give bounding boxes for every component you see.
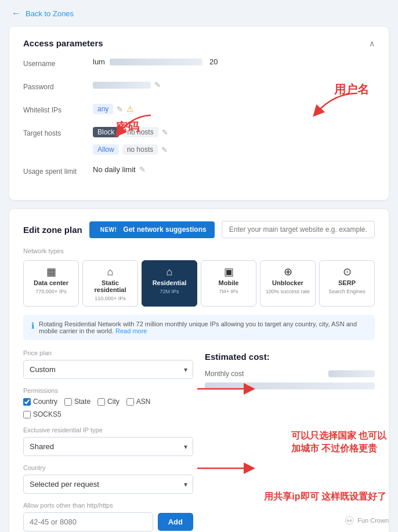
usage-label: Usage spent limit — [23, 165, 93, 176]
ip-type-select[interactable]: Shared — [23, 437, 193, 456]
username-mask — [110, 59, 202, 65]
back-arrow-icon: ← — [12, 8, 21, 19]
whitelist-warn-icon: ⚠ — [126, 104, 134, 114]
password-mask — [93, 82, 151, 89]
info-icon: ℹ — [31, 321, 34, 330]
annotation-username: 用户名 — [334, 82, 369, 97]
collapse-icon[interactable]: ∧ — [369, 39, 375, 48]
page-wrapper: ← Back to Zones 用户名 密码 Access parameters… — [0, 0, 398, 532]
annotation-password: 密码 — [116, 119, 139, 135]
target-hosts-label: Target hosts — [23, 127, 93, 158]
back-nav-text: Back to Zones — [26, 9, 74, 18]
network-types-label: Network types — [23, 247, 375, 254]
info-text: Rotating Residential Network with 72 mil… — [39, 320, 367, 334]
network-tile-unblocker[interactable]: ⊕ Unblocker 100% success rate — [260, 260, 316, 307]
read-more-link[interactable]: Read more — [115, 327, 147, 334]
ip-type-label: Exclusive residential IP type — [23, 427, 193, 433]
block-tag: Block — [93, 127, 119, 137]
permissions-label: Permissions — [23, 387, 193, 394]
fun-crown-icon — [345, 516, 354, 525]
info-banner: ℹ Rotating Residential Network with 72 m… — [23, 315, 375, 340]
perm-city[interactable]: City — [97, 398, 120, 406]
country-label: Country — [23, 464, 193, 471]
network-tile-mobile[interactable]: ▣ Mobile 7M+ IPs — [201, 260, 256, 307]
perm-country[interactable]: Country — [23, 398, 57, 406]
cost-title: Estimated cost: — [205, 352, 375, 362]
usage-edit-icon[interactable]: ✎ — [139, 165, 146, 174]
block-edit-icon[interactable]: ✎ — [162, 128, 168, 137]
network-tile-static-residential[interactable]: ⌂ Static residential 110,000+ IPs — [82, 260, 138, 307]
port-input[interactable] — [23, 512, 153, 531]
whitelist-value: any — [93, 104, 113, 114]
watermark: Fun Crown — [345, 516, 389, 525]
cost-bar — [205, 382, 375, 389]
perm-state[interactable]: State — [64, 398, 91, 406]
port-label: Allow ports other than http/https — [23, 502, 193, 509]
allow-tag: Allow — [93, 144, 119, 155]
suggestions-button[interactable]: NEW! Get network suggestions — [89, 221, 215, 238]
suggestions-btn-label: Get network suggestions — [123, 225, 206, 234]
add-port-button[interactable]: Add — [158, 513, 193, 531]
network-tile-datacenter[interactable]: ▦ Data center 770,000+ IPs — [23, 260, 79, 307]
password-label: Password — [23, 81, 93, 91]
whitelist-edit-icon[interactable]: ✎ — [117, 105, 123, 114]
left-form: Price plan Custom ▾ Permissions — [23, 349, 193, 532]
allow-edit-icon[interactable]: ✎ — [161, 145, 168, 154]
plan-title: Edit zone plan — [23, 225, 82, 235]
access-params-title: Access parameters — [23, 38, 103, 48]
annotation-cost-note: 可以只选择国家 也可以加城市 不过价格更贵 — [291, 429, 386, 456]
svg-point-0 — [345, 516, 353, 524]
perm-asn[interactable]: ASN — [126, 398, 151, 406]
network-tile-residential[interactable]: ⌂ Residential 72M IPs — [142, 260, 197, 307]
username-num: 20 — [209, 57, 218, 66]
username-prefix: lum — [93, 57, 105, 66]
monthly-cost-label: Monthly cost — [205, 370, 244, 378]
monthly-cost-value — [328, 370, 375, 377]
username-label: Username — [23, 57, 93, 68]
country-select[interactable]: Selected per request — [23, 475, 193, 494]
back-nav[interactable]: ← Back to Zones — [0, 0, 398, 27]
network-tile-serp[interactable]: ⊙ SERP Search Engines — [319, 260, 375, 307]
allow-no-hosts: no hosts — [122, 144, 158, 155]
price-plan-select[interactable]: Custom — [23, 360, 193, 379]
network-grid: ▦ Data center 770,000+ IPs ⌂ Static resi… — [23, 260, 375, 307]
target-website-input[interactable] — [222, 221, 375, 238]
access-params-card: Access parameters ∧ Username lum 20 Pass… — [9, 27, 389, 200]
whitelist-label: Whitelist IPs — [23, 104, 93, 114]
new-badge: NEW! — [97, 225, 120, 234]
no-limit-value: No daily limit — [93, 165, 136, 174]
perm-socks5[interactable]: SOCKS5 — [23, 410, 61, 418]
price-plan-label: Price plan — [23, 349, 193, 356]
edit-plan-card: Edit zone plan NEW! Get network suggesti… — [9, 209, 389, 532]
password-edit-icon[interactable]: ✎ — [154, 81, 161, 89]
annotation-shared-note: 用共享ip即可 这样既设置好了 — [264, 490, 386, 503]
